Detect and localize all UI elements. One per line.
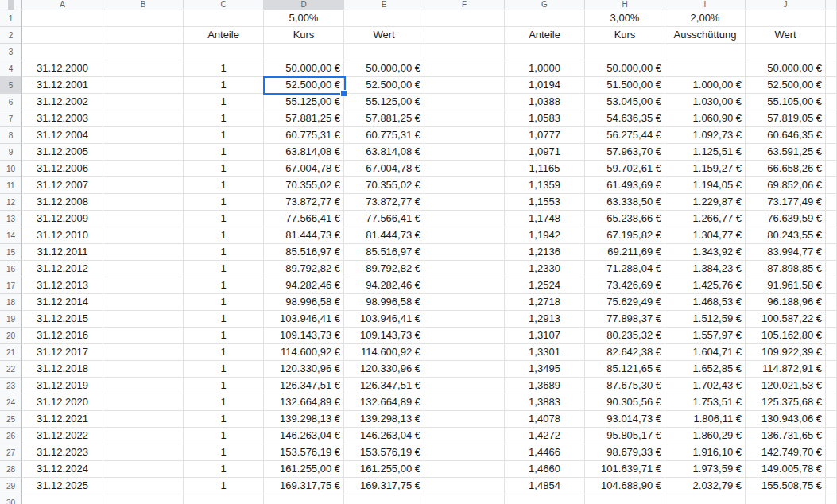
column-header-H[interactable]: H <box>585 0 665 10</box>
cell-C12[interactable]: 1 <box>184 194 264 211</box>
cell-C3[interactable] <box>184 44 264 60</box>
cell-H18[interactable]: 75.629,49 € <box>585 294 665 311</box>
cell-partial-29[interactable] <box>826 478 837 494</box>
cell-partial-23[interactable] <box>826 378 837 394</box>
cell-partial-15[interactable] <box>826 244 837 261</box>
cell-I30[interactable] <box>665 494 746 504</box>
cell-C30[interactable] <box>184 494 264 504</box>
cell-B4[interactable] <box>103 60 184 77</box>
column-header-F[interactable]: F <box>424 0 505 10</box>
cell-D11[interactable]: 70.355,02 € <box>264 177 344 194</box>
cell-E23[interactable]: 126.347,51 € <box>344 378 424 394</box>
cell-B27[interactable] <box>103 444 184 461</box>
cell-A1[interactable] <box>22 10 103 27</box>
cell-E30[interactable] <box>344 494 424 504</box>
cell-H16[interactable]: 71.288,04 € <box>585 261 665 277</box>
cell-C4[interactable]: 1 <box>184 60 264 77</box>
cell-H12[interactable]: 63.338,50 € <box>585 194 665 211</box>
cell-G5[interactable]: 1,0194 <box>505 77 585 94</box>
cell-A13[interactable]: 31.12.2009 <box>22 211 103 227</box>
cell-E1[interactable] <box>344 10 424 27</box>
cell-F2[interactable] <box>424 27 505 44</box>
row-header-25[interactable]: 25 <box>0 411 22 428</box>
cell-C22[interactable]: 1 <box>184 361 264 378</box>
cell-D14[interactable]: 81.444,73 € <box>264 227 344 244</box>
cell-D22[interactable]: 120.330,96 € <box>264 361 344 378</box>
cell-B24[interactable] <box>103 394 184 411</box>
cell-F5[interactable] <box>424 77 505 94</box>
cell-D8[interactable]: 60.775,31 € <box>264 127 344 144</box>
cell-partial-6[interactable] <box>826 94 837 110</box>
cell-D26[interactable]: 146.263,04 € <box>264 428 344 444</box>
cell-G19[interactable]: 1,2913 <box>505 311 585 328</box>
cell-D17[interactable]: 94.282,46 € <box>264 277 344 294</box>
cell-E27[interactable]: 153.576,19 € <box>344 444 424 461</box>
row-header-12[interactable]: 12 <box>0 194 22 211</box>
row-header-19[interactable]: 19 <box>0 311 22 328</box>
cell-B16[interactable] <box>103 261 184 277</box>
cell-A15[interactable]: 31.12.2011 <box>22 244 103 261</box>
cell-J1[interactable] <box>746 10 826 27</box>
cell-A2[interactable] <box>22 27 103 44</box>
cell-partial-9[interactable] <box>826 144 837 161</box>
cell-partial-4[interactable] <box>826 60 837 77</box>
cell-D18[interactable]: 98.996,58 € <box>264 294 344 311</box>
cell-E24[interactable]: 132.664,89 € <box>344 394 424 411</box>
cell-F8[interactable] <box>424 127 505 144</box>
cell-I26[interactable]: 1.860,29 € <box>665 428 746 444</box>
cell-J3[interactable] <box>746 44 826 60</box>
cell-J11[interactable]: 69.852,06 € <box>746 177 826 194</box>
cell-C5[interactable]: 1 <box>184 77 264 94</box>
cell-G6[interactable]: 1,0388 <box>505 94 585 110</box>
cell-E25[interactable]: 139.298,13 € <box>344 411 424 428</box>
cell-D30[interactable] <box>264 494 344 504</box>
cell-partial-2[interactable] <box>826 27 837 44</box>
cell-D23[interactable]: 126.347,51 € <box>264 378 344 394</box>
row-header-6[interactable]: 6 <box>0 94 22 110</box>
cell-F30[interactable] <box>424 494 505 504</box>
cell-A11[interactable]: 31.12.2007 <box>22 177 103 194</box>
cell-I20[interactable]: 1.557,97 € <box>665 328 746 344</box>
cell-G11[interactable]: 1,1359 <box>505 177 585 194</box>
cell-I24[interactable]: 1.753,51 € <box>665 394 746 411</box>
cell-E26[interactable]: 146.263,04 € <box>344 428 424 444</box>
cell-E4[interactable]: 50.000,00 € <box>344 60 424 77</box>
cell-B22[interactable] <box>103 361 184 378</box>
row-header-4[interactable]: 4 <box>0 60 22 77</box>
cell-G15[interactable]: 1,2136 <box>505 244 585 261</box>
cell-partial-11[interactable] <box>826 177 837 194</box>
cell-I25[interactable]: 1.806,11 € <box>665 411 746 428</box>
cell-G20[interactable]: 1,3107 <box>505 328 585 344</box>
cell-F15[interactable] <box>424 244 505 261</box>
cell-H27[interactable]: 98.679,33 € <box>585 444 665 461</box>
row-header-14[interactable]: 14 <box>0 227 22 244</box>
cell-J4[interactable]: 50.000,00 € <box>746 60 826 77</box>
row-header-22[interactable]: 22 <box>0 361 22 378</box>
cell-H4[interactable]: 50.000,00 € <box>585 60 665 77</box>
row-header-24[interactable]: 24 <box>0 394 22 411</box>
cell-I15[interactable]: 1.343,92 € <box>665 244 746 261</box>
cell-C11[interactable]: 1 <box>184 177 264 194</box>
cell-partial-17[interactable] <box>826 277 837 294</box>
cell-F12[interactable] <box>424 194 505 211</box>
cell-I16[interactable]: 1.384,23 € <box>665 261 746 277</box>
cell-B11[interactable] <box>103 177 184 194</box>
cell-D10[interactable]: 67.004,78 € <box>264 161 344 177</box>
cell-I19[interactable]: 1.512,59 € <box>665 311 746 328</box>
row-header-28[interactable]: 28 <box>0 461 22 478</box>
cell-H21[interactable]: 82.642,38 € <box>585 344 665 361</box>
cell-C20[interactable]: 1 <box>184 328 264 344</box>
cell-C2[interactable]: Anteile <box>184 27 264 44</box>
cell-C9[interactable]: 1 <box>184 144 264 161</box>
cell-I9[interactable]: 1.125,51 € <box>665 144 746 161</box>
cell-H24[interactable]: 90.305,56 € <box>585 394 665 411</box>
cell-F26[interactable] <box>424 428 505 444</box>
row-header-8[interactable]: 8 <box>0 127 22 144</box>
cell-D27[interactable]: 153.576,19 € <box>264 444 344 461</box>
cell-J10[interactable]: 66.658,26 € <box>746 161 826 177</box>
cell-H5[interactable]: 51.500,00 € <box>585 77 665 94</box>
cell-I2[interactable]: Ausschüttung <box>665 27 746 44</box>
cell-A26[interactable]: 31.12.2022 <box>22 428 103 444</box>
cell-D15[interactable]: 85.516,97 € <box>264 244 344 261</box>
cell-B8[interactable] <box>103 127 184 144</box>
